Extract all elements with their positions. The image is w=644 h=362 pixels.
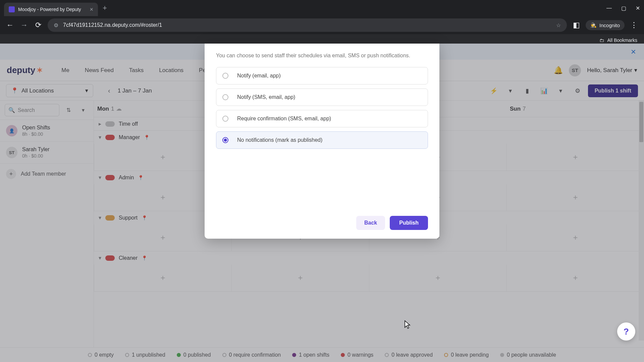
side-panel-icon[interactable]: ◧ <box>572 20 581 30</box>
incognito-icon: 🕵 <box>590 22 597 28</box>
modal-description: You can choose to send staff their sched… <box>216 52 428 60</box>
menu-icon[interactable]: ⋮ <box>629 20 639 30</box>
option-label: Notify (SMS, email, app) <box>237 94 295 100</box>
option-label: Notify (email, app) <box>237 73 281 79</box>
address-input[interactable]: ⚙ 7cf47d19112152.na.deputy.com/#roster/1… <box>48 18 567 32</box>
app-frame: 8 days remaining of your Premium Plan tr… <box>0 44 644 362</box>
option-label: Require confirmation (SMS, email, app) <box>237 116 331 122</box>
radio-icon <box>222 137 228 143</box>
radio-icon <box>222 116 228 122</box>
reload-icon[interactable]: ⟳ <box>34 20 43 30</box>
incognito-label: Incognito <box>599 22 620 28</box>
all-bookmarks-link[interactable]: All Bookmarks <box>607 38 637 43</box>
maximize-icon[interactable]: ▢ <box>621 5 626 11</box>
bookmark-star-icon[interactable]: ☆ <box>556 22 561 28</box>
notify-option-2[interactable]: Require confirmation (SMS, email, app) <box>216 110 428 127</box>
help-icon: ? <box>624 326 629 337</box>
address-bar: ← → ⟳ ⚙ 7cf47d19112152.na.deputy.com/#ro… <box>0 16 644 34</box>
browser-chrome: Moodjoy - Powered by Deputy × + — ▢ ✕ ← … <box>0 0 644 44</box>
url-text: 7cf47d19112152.na.deputy.com/#roster/1 <box>63 22 551 28</box>
new-tab-button[interactable]: + <box>103 4 107 12</box>
close-tab-icon[interactable]: × <box>90 6 93 13</box>
back-button[interactable]: Back <box>356 216 385 230</box>
window-controls: — ▢ ✕ <box>606 5 640 11</box>
back-icon[interactable]: ← <box>5 20 15 30</box>
notify-option-3[interactable]: No notifications (mark as published) <box>216 131 428 149</box>
browser-tab[interactable]: Moodjoy - Powered by Deputy × <box>4 3 98 16</box>
incognito-badge[interactable]: 🕵 Incognito <box>586 20 625 30</box>
close-window-icon[interactable]: ✕ <box>636 5 640 11</box>
forward-icon[interactable]: → <box>19 20 29 30</box>
radio-icon <box>222 73 228 79</box>
option-label: No notifications (mark as published) <box>237 137 322 143</box>
folder-icon: 🗀 <box>599 38 604 43</box>
tab-title: Moodjoy - Powered by Deputy <box>18 7 86 12</box>
publish-button[interactable]: Publish <box>390 216 428 230</box>
favicon-icon <box>9 6 15 12</box>
notify-option-1[interactable]: Notify (SMS, email, app) <box>216 88 428 106</box>
minimize-icon[interactable]: — <box>606 5 612 11</box>
notify-staff-modal: You can choose to send staff their sched… <box>205 44 439 239</box>
site-settings-icon[interactable]: ⚙ <box>54 22 58 28</box>
notify-option-0[interactable]: Notify (email, app) <box>216 67 428 84</box>
radio-icon <box>222 94 228 100</box>
help-fab[interactable]: ? <box>617 322 635 341</box>
tab-bar: Moodjoy - Powered by Deputy × + — ▢ ✕ <box>0 0 644 16</box>
